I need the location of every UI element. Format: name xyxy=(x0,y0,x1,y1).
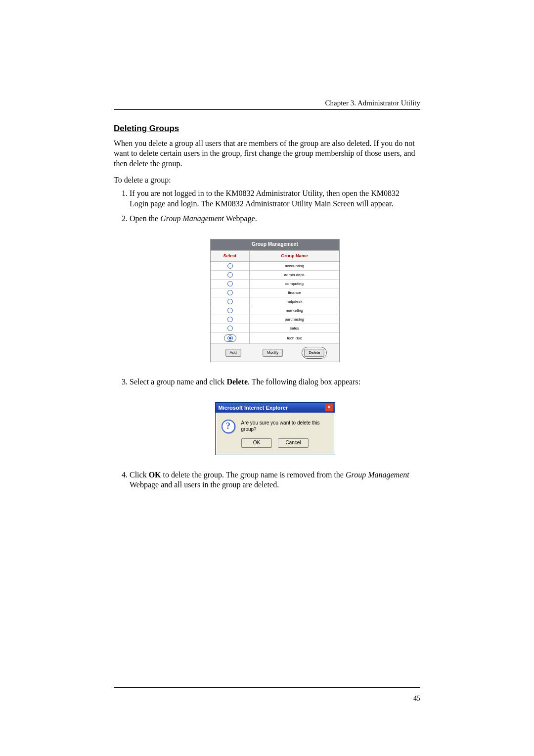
radio-icon xyxy=(227,263,233,269)
step-2-pre: Open the xyxy=(130,214,160,223)
group-name-cell: computing xyxy=(250,280,340,288)
page: Chapter 3. Administrator Utility Deletin… xyxy=(0,0,534,756)
radio-selected-highlight xyxy=(224,334,236,342)
procedure-lead: To delete a group: xyxy=(114,176,420,185)
group-name-cell: sales xyxy=(250,324,340,333)
table-row: admin dept. xyxy=(211,271,339,280)
radio-icon xyxy=(227,272,233,278)
group-management-panel: Group Management Select Group Name accou… xyxy=(210,239,340,363)
dialog-titlebar: Microsoft Internet Explorer × xyxy=(216,403,335,413)
radio-cell[interactable] xyxy=(211,306,250,315)
step-4-bold: OK xyxy=(149,471,161,479)
cancel-button[interactable]: Cancel xyxy=(278,438,309,448)
delete-button[interactable]: Delete xyxy=(304,349,324,357)
col-name-header: Group Name xyxy=(250,250,340,262)
question-icon: ? xyxy=(222,420,235,433)
radio-icon xyxy=(227,326,233,331)
radio-icon xyxy=(227,317,233,322)
step-1: If you are not logged in to the KM0832 A… xyxy=(130,189,420,209)
step-2: Open the Group Management Webpage. Group… xyxy=(130,214,420,362)
group-management-figure: Group Management Select Group Name accou… xyxy=(210,239,340,363)
step-3-post: . The following dialog box appears: xyxy=(248,378,360,386)
group-name-cell: tech doc xyxy=(250,333,340,344)
dialog-figure: Microsoft Internet Explorer × ? Are you … xyxy=(215,402,335,455)
table-row: accounting xyxy=(211,262,339,271)
radio-cell[interactable] xyxy=(211,262,250,271)
table-row: computing xyxy=(211,280,339,288)
radio-selected-icon xyxy=(227,335,233,341)
modify-button[interactable]: Modify xyxy=(263,349,283,357)
step-4-mid: to delete the group. The group name is r… xyxy=(161,471,346,479)
step-3: Select a group name and click Delete. Th… xyxy=(130,377,420,455)
dialog-window: Microsoft Internet Explorer × ? Are you … xyxy=(215,402,335,455)
step-3-bold: Delete xyxy=(226,378,248,386)
step-2-post: Webpage. xyxy=(224,214,257,223)
radio-cell[interactable] xyxy=(211,315,250,324)
radio-cell[interactable] xyxy=(211,271,250,280)
dialog-body: ? Are you sure you want to delete this g… xyxy=(216,413,335,438)
radio-cell-selected[interactable] xyxy=(211,333,250,344)
step-3-pre: Select a group name and click xyxy=(130,378,226,386)
group-name-cell: accounting xyxy=(250,262,340,271)
add-button[interactable]: Add xyxy=(225,349,241,357)
ok-button[interactable]: OK xyxy=(241,438,272,448)
steps-list: If you are not logged in to the KM0832 A… xyxy=(117,189,420,490)
paragraph-intro: When you delete a group all users that a… xyxy=(114,139,420,169)
radio-cell[interactable] xyxy=(211,280,250,288)
step-4-em: Group Management xyxy=(346,471,409,479)
radio-cell[interactable] xyxy=(211,288,250,297)
radio-cell[interactable] xyxy=(211,297,250,306)
radio-cell[interactable] xyxy=(211,324,250,333)
table-row: tech doc xyxy=(211,333,339,344)
section-heading: Deleting Groups xyxy=(114,124,420,134)
group-management-title: Group Management xyxy=(211,239,339,250)
step-4-pre: Click xyxy=(130,471,149,479)
step-4-post: Webpage and all users in the group are d… xyxy=(130,480,279,489)
group-table: Select Group Name accounting admin dept.… xyxy=(211,250,339,344)
page-number: 45 xyxy=(413,695,420,703)
step-2-em: Group Management xyxy=(160,214,224,223)
top-rule xyxy=(114,109,420,110)
group-name-cell: admin dept. xyxy=(250,271,340,280)
dialog-title: Microsoft Internet Explorer xyxy=(219,404,288,411)
table-row: marketing xyxy=(211,306,339,315)
radio-icon xyxy=(227,290,233,295)
group-buttons-row: Add Modify Delete xyxy=(211,344,339,357)
radio-icon xyxy=(227,281,233,286)
table-row: sales xyxy=(211,324,339,333)
radio-icon xyxy=(227,299,233,304)
step-4: Click OK to delete the group. The group … xyxy=(130,470,420,490)
chapter-header: Chapter 3. Administrator Utility xyxy=(114,99,420,107)
group-name-cell: helpdesk xyxy=(250,297,340,306)
table-row: purchasing xyxy=(211,315,339,324)
group-table-header-row: Select Group Name xyxy=(211,250,339,262)
close-icon[interactable]: × xyxy=(325,404,334,412)
dialog-buttons: OK Cancel xyxy=(216,438,335,455)
radio-icon xyxy=(227,308,233,313)
group-name-cell: purchasing xyxy=(250,315,340,324)
table-row: finance xyxy=(211,288,339,297)
group-name-cell: marketing xyxy=(250,306,340,315)
table-row: helpdesk xyxy=(211,297,339,306)
bottom-rule xyxy=(114,687,420,688)
col-select-header: Select xyxy=(211,250,250,262)
dialog-message: Are you sure you want to delete this gro… xyxy=(241,420,329,433)
group-name-cell: finance xyxy=(250,288,340,297)
